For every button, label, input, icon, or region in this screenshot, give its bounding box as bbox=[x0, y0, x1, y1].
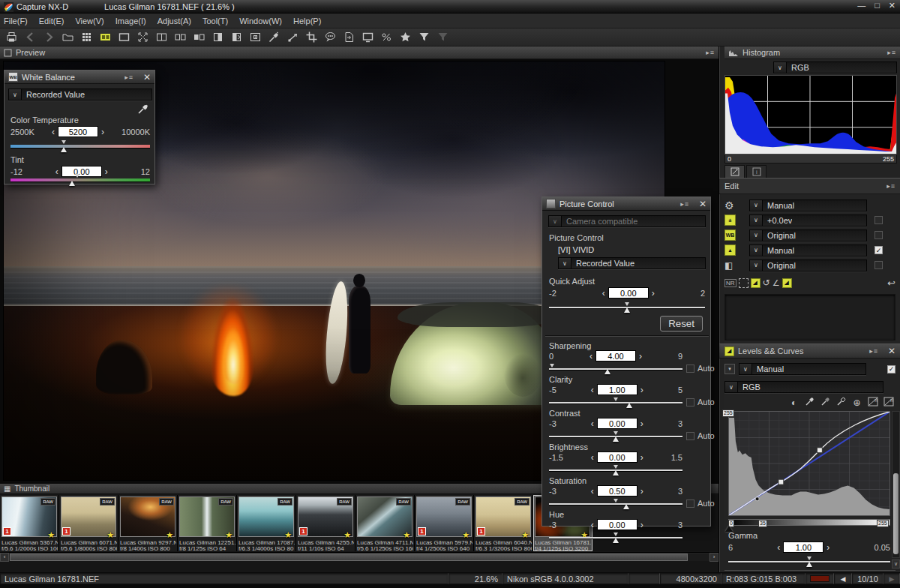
color-temperature-slider[interactable] bbox=[10, 145, 150, 148]
back-icon[interactable] bbox=[22, 30, 38, 45]
auto-checkbox[interactable]: Auto bbox=[686, 499, 715, 508]
reset-button[interactable]: Reset bbox=[660, 316, 703, 332]
white-balance-palette-header[interactable]: WB White Balance ▸≡ ✕ bbox=[4, 70, 154, 84]
crop-icon[interactable] bbox=[304, 30, 319, 45]
compare-before-icon[interactable] bbox=[172, 30, 188, 45]
close-icon[interactable]: ✕ bbox=[889, 1, 896, 10]
thumbnail-item[interactable]: RAW 1 ★ Lucas Gilman 6040.NE f/6.3 1/320… bbox=[474, 495, 533, 551]
white-point-eyedropper-icon[interactable] bbox=[834, 397, 848, 409]
increment-icon[interactable]: › bbox=[101, 128, 104, 136]
straighten-tool-icon[interactable]: ∠ bbox=[772, 278, 780, 288]
brightness-slider[interactable] bbox=[549, 470, 682, 471]
thumbnail-item[interactable]: RAW 1 ★ Lucas Gilman 5367.NE f/5.6 1/200… bbox=[0, 495, 59, 551]
tab-info[interactable]: i bbox=[746, 165, 766, 178]
picture-control-preset-select[interactable]: ∨ Recorded Value bbox=[558, 257, 706, 269]
palette-menu-icon[interactable]: ▸≡ bbox=[680, 200, 689, 208]
maximize-icon[interactable]: □ bbox=[874, 1, 880, 10]
sharpening-slider[interactable] bbox=[549, 368, 682, 370]
thumbnail-item[interactable]: RAW 1 ★ Lucas Gilman 4255.NE f/11 1/10s … bbox=[296, 495, 356, 551]
camera-compatible-select[interactable]: ∨ Camera compatible bbox=[548, 215, 706, 227]
clarity-value[interactable]: 1.00 bbox=[597, 384, 638, 395]
decrement-icon[interactable]: ‹ bbox=[591, 488, 594, 495]
menu-file[interactable]: File(F) bbox=[4, 16, 28, 26]
scroll-left-icon[interactable]: ‹ bbox=[0, 553, 9, 562]
color-temperature-value[interactable]: 5200 bbox=[58, 126, 98, 137]
convert-files-icon[interactable] bbox=[341, 30, 356, 45]
exposure-checkbox[interactable] bbox=[874, 216, 883, 224]
edit-menu-icon[interactable]: ▸≡ bbox=[886, 182, 896, 190]
increment-icon[interactable]: › bbox=[640, 386, 644, 394]
gamma-slider[interactable] bbox=[728, 561, 890, 562]
decrement-icon[interactable]: ‹ bbox=[591, 386, 594, 394]
hue-slider[interactable] bbox=[549, 537, 682, 538]
scrollbar-thumb[interactable] bbox=[10, 554, 688, 561]
tint-value[interactable]: 0.00 bbox=[62, 166, 102, 177]
quick-adjust-value[interactable]: 0.00 bbox=[608, 287, 649, 298]
palette-close-icon[interactable]: ✕ bbox=[699, 199, 706, 209]
curves-tool-icon[interactable]: ◢ bbox=[782, 278, 792, 288]
show-edited-icon[interactable] bbox=[229, 30, 244, 45]
white-balance-select[interactable]: ∨Original bbox=[749, 230, 867, 242]
palette-close-icon[interactable]: ✕ bbox=[143, 72, 151, 82]
auto-checkbox[interactable]: Auto bbox=[686, 398, 715, 406]
levels-preset-select[interactable]: ∨Manual bbox=[739, 363, 866, 375]
curve-control-point-2[interactable] bbox=[817, 448, 822, 453]
compare-after-icon[interactable] bbox=[191, 30, 206, 45]
saturation-value[interactable]: 0.50 bbox=[597, 485, 638, 496]
picture-control-palette-header[interactable]: Picture Control ▸≡ ✕ bbox=[542, 197, 710, 211]
noise-reduction-icon[interactable]: NR bbox=[724, 279, 736, 287]
rating-star-icon[interactable] bbox=[398, 30, 412, 45]
gray-point-eyedropper-icon[interactable] bbox=[818, 397, 832, 409]
auto-checkbox[interactable]: Auto bbox=[686, 364, 715, 373]
menu-view[interactable]: View(V) bbox=[75, 16, 104, 26]
increment-icon[interactable]: › bbox=[652, 290, 655, 297]
filter-icon[interactable] bbox=[416, 30, 431, 45]
palette-menu-icon[interactable]: ▸≡ bbox=[124, 74, 134, 81]
tint-slider[interactable] bbox=[10, 178, 150, 182]
settings-select[interactable]: ∨Manual bbox=[749, 200, 867, 212]
contrast-slider[interactable] bbox=[549, 436, 682, 437]
collapse-icon[interactable]: ▾ bbox=[724, 364, 735, 374]
reset-channel-icon[interactable]: R bbox=[866, 397, 880, 409]
print-icon[interactable] bbox=[4, 30, 19, 45]
panel-menu-icon[interactable]: ▸≡ bbox=[706, 49, 715, 56]
quick-adjust-slider[interactable] bbox=[549, 307, 705, 308]
decrement-icon[interactable]: ‹ bbox=[591, 454, 594, 461]
show-original-icon[interactable] bbox=[210, 30, 225, 45]
levels-curves-menu-icon[interactable]: ▸≡ bbox=[869, 347, 878, 355]
auto-checkbox[interactable]: Auto bbox=[686, 431, 715, 440]
white-balance-checkbox[interactable] bbox=[874, 231, 883, 239]
hue-value[interactable]: 0.00 bbox=[597, 519, 638, 530]
decrement-icon[interactable]: ‹ bbox=[56, 168, 58, 176]
black-point-eyedropper-icon[interactable] bbox=[802, 397, 817, 409]
thumbnail-item[interactable]: RAW 1 ★ Lucas Gilman 5979.NE f/4 1/2500s… bbox=[415, 495, 474, 551]
forward-icon[interactable] bbox=[41, 30, 56, 45]
levels-curves-close-icon[interactable]: ✕ bbox=[888, 346, 896, 356]
decrement-icon[interactable]: ‹ bbox=[591, 521, 594, 529]
white-balance-preset-select[interactable]: ∨ Recorded Value bbox=[8, 88, 152, 100]
tone-select[interactable]: ∨Original bbox=[749, 260, 867, 272]
straighten-icon[interactable] bbox=[285, 30, 300, 45]
menu-adjust[interactable]: Adjust(A) bbox=[158, 16, 191, 26]
menu-edit[interactable]: Edit(E) bbox=[39, 16, 64, 26]
scrollbar-down-icon[interactable]: ∨ bbox=[892, 560, 900, 568]
levels-channel-select[interactable]: ∨ RGB bbox=[724, 381, 884, 393]
previous-image-button[interactable]: ◀ bbox=[834, 573, 852, 584]
lch-editor-icon[interactable]: ◢ bbox=[751, 278, 760, 288]
increment-icon[interactable]: › bbox=[640, 521, 644, 529]
crop-tool-icon[interactable] bbox=[739, 278, 748, 288]
decrement-icon[interactable]: ‹ bbox=[777, 544, 780, 551]
decrement-icon[interactable]: ‹ bbox=[52, 128, 55, 136]
tone-checkbox[interactable] bbox=[874, 261, 883, 269]
tone-curve-plot[interactable] bbox=[728, 411, 890, 516]
thumbnail-item[interactable]: RAW ★ Lucas Gilman 12251.N f/8 1/125s IS… bbox=[178, 495, 237, 551]
thumbnail-item[interactable]: RAW ★ Lucas Gilman 17087.N f/6.3 1/4000s… bbox=[237, 495, 296, 551]
open-folder-icon[interactable] bbox=[60, 30, 75, 45]
increment-icon[interactable]: › bbox=[826, 544, 830, 551]
thumbnail-item[interactable]: RAW ★ Lucas Gilman 9297.NE f/8 1/400s IS… bbox=[118, 495, 178, 551]
levels-input-bar[interactable] bbox=[728, 519, 890, 526]
decrement-icon[interactable]: ‹ bbox=[602, 290, 605, 297]
curve-control-point-1[interactable] bbox=[778, 479, 784, 484]
annotation-icon[interactable] bbox=[322, 30, 338, 45]
brightness-value[interactable]: 0.00 bbox=[597, 452, 638, 463]
